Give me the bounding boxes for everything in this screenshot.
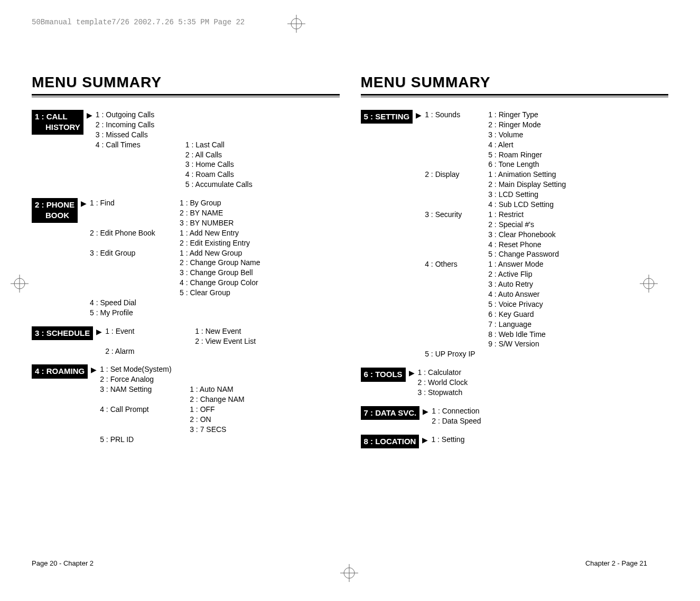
subitem: 3 : BY NUMBER [180,218,234,228]
items-list: 1 : Event 1 : New Event 2 : View Event L… [105,326,256,356]
arrow-icon: ▶ [91,365,97,374]
item: 2 : Force Analog [100,374,190,384]
subitems: 1 : Animation Setting 2 : Main Display S… [488,170,566,210]
item: 1 : Sounds [425,110,488,120]
subitem: 1 : OFF [190,405,226,415]
section-location: 8 : LOCATION ▶ 1 : Setting [361,435,669,448]
section-data-svc: 7 : DATA SVC. ▶ 1 : Connection 2 : Data … [361,406,669,426]
registration-mark-bottom [340,564,358,582]
footer-right: Chapter 2 - Page 21 [585,559,647,567]
subitem: 3 : Clear Phonebook [488,230,559,240]
badge-data-svc: 7 : DATA SVC. [361,406,420,420]
subitems: 1 : OFF 2 : ON 3 : 7 SECS [190,405,226,435]
item: 2 : Display [425,170,488,180]
item: 2 : Data Speed [432,416,481,426]
print-header-line: 50Bmanual template7/26 2002.7.26 5:35 PM… [32,18,245,26]
subitem: 2 : View Event List [195,336,256,346]
subitem: 1 : Answer Mode [488,259,546,269]
subitem: 2 : Active Flip [488,269,546,279]
registration-mark-left [11,275,29,293]
registration-mark-top [287,15,305,33]
arrow-icon: ▶ [409,369,415,377]
item: 1 : Calculator [418,368,468,378]
badge-phone-book: 2 : PHONE BOOK [32,198,78,223]
subitem: 1 : Restrict [488,210,559,220]
item: 2 : Edit Phone Book [90,228,180,248]
section-call-history: 1 : CALL HISTORY ▶ 1 : Outgoing Calls 2 … [32,110,340,190]
subitem: 4 : Change Group Color [180,278,260,288]
subitem: 1 : Last Call [185,140,253,150]
item: 3 : Edit Group [90,248,180,298]
subitem: 7 : Language [488,320,546,330]
subitems: 1 : Add New Group 2 : Change Group Name … [180,248,260,298]
item: 4 : Call Times [96,140,185,190]
footer-left: Page 20 - Chapter 2 [32,559,94,567]
item: 1 : Setting [431,435,464,445]
item: 4 : Others [425,259,488,269]
subitem: 1 : Add New Entry [180,228,250,238]
subitem: 8 : Web Idle Time [488,330,546,340]
subitems: 1 : Auto NAM 2 : Change NAM [190,384,245,405]
subitem: 2 : Ringer Mode [488,120,542,130]
subitem: 1 : Animation Setting [488,170,566,180]
badge-call-history: 1 : CALL HISTORY [32,110,83,135]
subitem: 4 : Alert [488,140,542,150]
item: 3 : Security [425,210,488,220]
item: 1 : Find [90,198,180,228]
page-title: MENU SUMMARY [361,74,669,91]
item: 3 : NAM Setting [100,384,190,405]
arrow-icon: ▶ [416,111,422,119]
items-list: 1 : Outgoing Calls 2 : Incoming Calls 3 … [96,110,253,190]
subitem: 1 : Auto NAM [190,384,245,395]
items-list: 1 : Find 1 : By Group 2 : BY NAME 3 : BY… [90,198,260,318]
subitem: 3 : Change Group Bell [180,268,260,278]
item: 2 : Incoming Calls [96,120,185,130]
subitem: 6 : Tone Length [488,159,542,170]
items-list: 1 : Set Mode(System) 2 : Force Analog 3 … [100,364,245,444]
item: 1 : Outgoing Calls [96,110,185,120]
subitem: 2 : Change Group Name [180,258,260,268]
subitem: 2 : Main Display Setting [488,180,566,190]
subitems: 1 : Answer Mode 2 : Active Flip 3 : Auto… [488,259,546,349]
badge-roaming: 4 : ROAMING [32,364,88,378]
subitem: 3 : Volume [488,130,542,140]
item: 4 : Speed Dial [90,298,180,308]
badge-location: 8 : LOCATION [361,435,419,448]
section-roaming: 4 : ROAMING ▶ 1 : Set Mode(System) 2 : F… [32,364,340,444]
subitem: 6 : Key Guard [488,309,546,320]
subitem: 4 : Sub LCD Setting [488,200,566,210]
arrow-icon: ▶ [422,436,428,444]
item: 4 : Call Prompt [100,405,190,435]
subitem: 5 : Voice Privacy [488,299,546,309]
arrow-icon: ▶ [81,199,87,208]
subitem: 5 : Accumulate Calls [185,180,253,190]
items-list: 1 : Calculator 2 : World Clock 3 : Stopw… [418,368,468,398]
item: 2 : World Clock [418,378,468,388]
badge-setting: 5 : SETTING [361,110,413,124]
left-page: MENU SUMMARY 1 : CALL HISTORY ▶ 1 : Outg… [32,74,340,553]
item: 1 : Set Mode(System) [100,364,190,374]
title-rule [32,94,340,97]
subitem: 3 : Home Calls [185,159,253,170]
item: 5 : My Profile [90,308,180,318]
subitem: 5 : Roam Ringer [488,150,542,160]
subitem: 3 : Auto Retry [488,279,546,289]
subitem: 1 : New Event [195,326,256,336]
subitem: 4 : Roam Calls [185,170,253,180]
arrow-icon: ▶ [423,407,428,416]
subitem: 4 : Auto Answer [488,289,546,299]
subitem: 2 : Edit Existing Entry [180,238,250,248]
item: 2 : Alarm [105,346,195,356]
badge-schedule: 3 : SCHEDULE [32,326,93,340]
items-list: 1 : Connection 2 : Data Speed [432,406,481,426]
subitem: 9 : S/W Version [488,339,546,349]
arrow-icon: ▶ [87,111,92,119]
badge-text: BOOK [35,210,74,221]
subitem: 5 : Change Password [488,249,559,259]
items-list: 1 : Sounds 1 : Ringer Type 2 : Ringer Mo… [425,110,566,359]
section-setting: 5 : SETTING ▶ 1 : Sounds 1 : Ringer Type… [361,110,669,359]
title-rule [361,94,669,97]
badge-tools: 6 : TOOLS [361,368,406,381]
badge-text: HISTORY [35,122,80,133]
items-list: 1 : Setting [431,435,464,445]
